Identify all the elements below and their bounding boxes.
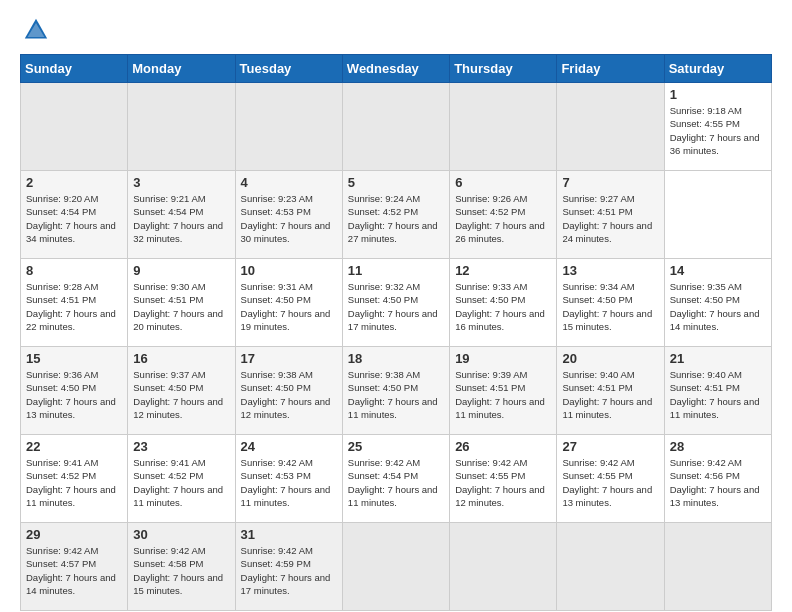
day-info: Sunrise: 9:42 AMSunset: 4:58 PMDaylight:… bbox=[133, 545, 223, 596]
calendar-cell: 5Sunrise: 9:24 AMSunset: 4:52 PMDaylight… bbox=[342, 171, 449, 259]
day-info: Sunrise: 9:36 AMSunset: 4:50 PMDaylight:… bbox=[26, 369, 116, 420]
calendar-cell: 24Sunrise: 9:42 AMSunset: 4:53 PMDayligh… bbox=[235, 435, 342, 523]
day-info: Sunrise: 9:35 AMSunset: 4:50 PMDaylight:… bbox=[670, 281, 760, 332]
calendar-header-tuesday: Tuesday bbox=[235, 55, 342, 83]
day-number: 20 bbox=[562, 351, 658, 366]
calendar-cell: 30Sunrise: 9:42 AMSunset: 4:58 PMDayligh… bbox=[128, 523, 235, 611]
empty-cell bbox=[128, 83, 235, 171]
calendar-header-monday: Monday bbox=[128, 55, 235, 83]
day-number: 4 bbox=[241, 175, 337, 190]
calendar-cell: 19Sunrise: 9:39 AMSunset: 4:51 PMDayligh… bbox=[450, 347, 557, 435]
calendar-table: SundayMondayTuesdayWednesdayThursdayFrid… bbox=[20, 54, 772, 611]
calendar-cell: 25Sunrise: 9:42 AMSunset: 4:54 PMDayligh… bbox=[342, 435, 449, 523]
day-info: Sunrise: 9:42 AMSunset: 4:54 PMDaylight:… bbox=[348, 457, 438, 508]
day-number: 1 bbox=[670, 87, 766, 102]
calendar-week-row: 1Sunrise: 9:18 AMSunset: 4:55 PMDaylight… bbox=[21, 83, 772, 171]
day-info: Sunrise: 9:31 AMSunset: 4:50 PMDaylight:… bbox=[241, 281, 331, 332]
calendar-week-row: 29Sunrise: 9:42 AMSunset: 4:57 PMDayligh… bbox=[21, 523, 772, 611]
day-number: 7 bbox=[562, 175, 658, 190]
calendar-cell: 8Sunrise: 9:28 AMSunset: 4:51 PMDaylight… bbox=[21, 259, 128, 347]
day-number: 2 bbox=[26, 175, 122, 190]
calendar-header-saturday: Saturday bbox=[664, 55, 771, 83]
day-info: Sunrise: 9:42 AMSunset: 4:55 PMDaylight:… bbox=[455, 457, 545, 508]
calendar-cell: 4Sunrise: 9:23 AMSunset: 4:53 PMDaylight… bbox=[235, 171, 342, 259]
day-number: 19 bbox=[455, 351, 551, 366]
day-info: Sunrise: 9:42 AMSunset: 4:55 PMDaylight:… bbox=[562, 457, 652, 508]
day-info: Sunrise: 9:42 AMSunset: 4:59 PMDaylight:… bbox=[241, 545, 331, 596]
day-number: 13 bbox=[562, 263, 658, 278]
calendar-cell: 2Sunrise: 9:20 AMSunset: 4:54 PMDaylight… bbox=[21, 171, 128, 259]
day-info: Sunrise: 9:42 AMSunset: 4:57 PMDaylight:… bbox=[26, 545, 116, 596]
calendar-cell: 3Sunrise: 9:21 AMSunset: 4:54 PMDaylight… bbox=[128, 171, 235, 259]
day-info: Sunrise: 9:42 AMSunset: 4:56 PMDaylight:… bbox=[670, 457, 760, 508]
day-number: 3 bbox=[133, 175, 229, 190]
day-info: Sunrise: 9:38 AMSunset: 4:50 PMDaylight:… bbox=[241, 369, 331, 420]
calendar-cell: 14Sunrise: 9:35 AMSunset: 4:50 PMDayligh… bbox=[664, 259, 771, 347]
day-number: 21 bbox=[670, 351, 766, 366]
calendar-cell: 17Sunrise: 9:38 AMSunset: 4:50 PMDayligh… bbox=[235, 347, 342, 435]
empty-cell bbox=[21, 83, 128, 171]
calendar-cell bbox=[342, 523, 449, 611]
day-number: 14 bbox=[670, 263, 766, 278]
day-info: Sunrise: 9:40 AMSunset: 4:51 PMDaylight:… bbox=[670, 369, 760, 420]
calendar-cell: 23Sunrise: 9:41 AMSunset: 4:52 PMDayligh… bbox=[128, 435, 235, 523]
day-number: 22 bbox=[26, 439, 122, 454]
day-number: 5 bbox=[348, 175, 444, 190]
day-number: 12 bbox=[455, 263, 551, 278]
day-number: 11 bbox=[348, 263, 444, 278]
day-info: Sunrise: 9:28 AMSunset: 4:51 PMDaylight:… bbox=[26, 281, 116, 332]
logo-icon bbox=[22, 16, 50, 44]
page: SundayMondayTuesdayWednesdayThursdayFrid… bbox=[0, 0, 792, 612]
calendar-cell: 20Sunrise: 9:40 AMSunset: 4:51 PMDayligh… bbox=[557, 347, 664, 435]
calendar-header-row: SundayMondayTuesdayWednesdayThursdayFrid… bbox=[21, 55, 772, 83]
day-info: Sunrise: 9:41 AMSunset: 4:52 PMDaylight:… bbox=[133, 457, 223, 508]
day-number: 8 bbox=[26, 263, 122, 278]
calendar-week-row: 15Sunrise: 9:36 AMSunset: 4:50 PMDayligh… bbox=[21, 347, 772, 435]
calendar-cell: 31Sunrise: 9:42 AMSunset: 4:59 PMDayligh… bbox=[235, 523, 342, 611]
calendar-cell: 11Sunrise: 9:32 AMSunset: 4:50 PMDayligh… bbox=[342, 259, 449, 347]
calendar-cell: 7Sunrise: 9:27 AMSunset: 4:51 PMDaylight… bbox=[557, 171, 664, 259]
day-number: 30 bbox=[133, 527, 229, 542]
day-number: 15 bbox=[26, 351, 122, 366]
day-info: Sunrise: 9:42 AMSunset: 4:53 PMDaylight:… bbox=[241, 457, 331, 508]
day-info: Sunrise: 9:39 AMSunset: 4:51 PMDaylight:… bbox=[455, 369, 545, 420]
day-info: Sunrise: 9:32 AMSunset: 4:50 PMDaylight:… bbox=[348, 281, 438, 332]
day-info: Sunrise: 9:41 AMSunset: 4:52 PMDaylight:… bbox=[26, 457, 116, 508]
day-number: 16 bbox=[133, 351, 229, 366]
calendar-cell: 27Sunrise: 9:42 AMSunset: 4:55 PMDayligh… bbox=[557, 435, 664, 523]
empty-cell bbox=[235, 83, 342, 171]
day-number: 10 bbox=[241, 263, 337, 278]
calendar-cell: 29Sunrise: 9:42 AMSunset: 4:57 PMDayligh… bbox=[21, 523, 128, 611]
calendar-cell: 21Sunrise: 9:40 AMSunset: 4:51 PMDayligh… bbox=[664, 347, 771, 435]
empty-cell bbox=[342, 83, 449, 171]
empty-cell bbox=[557, 83, 664, 171]
day-number: 25 bbox=[348, 439, 444, 454]
calendar-cell: 13Sunrise: 9:34 AMSunset: 4:50 PMDayligh… bbox=[557, 259, 664, 347]
empty-cell bbox=[450, 83, 557, 171]
calendar-cell: 28Sunrise: 9:42 AMSunset: 4:56 PMDayligh… bbox=[664, 435, 771, 523]
day-number: 24 bbox=[241, 439, 337, 454]
day-number: 26 bbox=[455, 439, 551, 454]
day-number: 23 bbox=[133, 439, 229, 454]
day-info: Sunrise: 9:30 AMSunset: 4:51 PMDaylight:… bbox=[133, 281, 223, 332]
calendar-cell: 18Sunrise: 9:38 AMSunset: 4:50 PMDayligh… bbox=[342, 347, 449, 435]
calendar-cell: 22Sunrise: 9:41 AMSunset: 4:52 PMDayligh… bbox=[21, 435, 128, 523]
calendar-cell: 9Sunrise: 9:30 AMSunset: 4:51 PMDaylight… bbox=[128, 259, 235, 347]
day-number: 29 bbox=[26, 527, 122, 542]
day-info: Sunrise: 9:21 AMSunset: 4:54 PMDaylight:… bbox=[133, 193, 223, 244]
day-info: Sunrise: 9:18 AMSunset: 4:55 PMDaylight:… bbox=[670, 105, 760, 156]
day-number: 28 bbox=[670, 439, 766, 454]
calendar-week-row: 22Sunrise: 9:41 AMSunset: 4:52 PMDayligh… bbox=[21, 435, 772, 523]
day-number: 18 bbox=[348, 351, 444, 366]
calendar-cell: 16Sunrise: 9:37 AMSunset: 4:50 PMDayligh… bbox=[128, 347, 235, 435]
header bbox=[20, 16, 772, 44]
calendar-header-sunday: Sunday bbox=[21, 55, 128, 83]
day-number: 9 bbox=[133, 263, 229, 278]
logo bbox=[20, 16, 54, 44]
day-info: Sunrise: 9:20 AMSunset: 4:54 PMDaylight:… bbox=[26, 193, 116, 244]
day-number: 6 bbox=[455, 175, 551, 190]
day-info: Sunrise: 9:38 AMSunset: 4:50 PMDaylight:… bbox=[348, 369, 438, 420]
day-number: 17 bbox=[241, 351, 337, 366]
calendar-week-row: 8Sunrise: 9:28 AMSunset: 4:51 PMDaylight… bbox=[21, 259, 772, 347]
calendar-cell: 6Sunrise: 9:26 AMSunset: 4:52 PMDaylight… bbox=[450, 171, 557, 259]
